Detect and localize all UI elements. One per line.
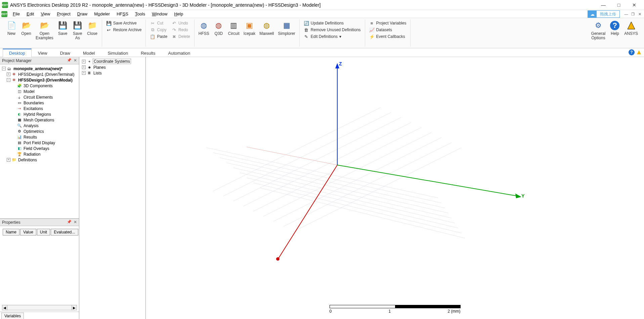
icepak-button[interactable]: ▣Icepak	[242, 19, 257, 37]
close-panel-icon[interactable]: ✕	[74, 220, 77, 224]
tree-toggle[interactable]: +	[82, 71, 86, 75]
variables-tab[interactable]: Variables	[1, 313, 24, 319]
menu-help[interactable]: Help	[171, 11, 186, 17]
tab-model[interactable]: Model	[77, 49, 101, 57]
upload-badge[interactable]: ☁ 拖拽上传	[588, 10, 620, 18]
tree-root[interactable]: monopole_antenna(new)*	[13, 66, 63, 71]
tree-results[interactable]: Results	[23, 135, 38, 140]
minimize-button[interactable]: —	[596, 0, 611, 10]
circuit-button[interactable]: ▥Circuit	[226, 19, 242, 37]
edit-definitions-button[interactable]: ✎Edit Definitions ▾	[303, 34, 361, 40]
menu-window[interactable]: Window	[148, 11, 171, 17]
save-button[interactable]: 💾Save	[55, 19, 70, 37]
tree-model[interactable]: Model	[23, 89, 35, 94]
mdi-minimize-button[interactable]: —	[623, 11, 629, 17]
open-examples-button[interactable]: 📂Open Examples	[34, 19, 55, 41]
menu-view[interactable]: View	[37, 11, 53, 17]
menu-edit[interactable]: Edit	[23, 11, 37, 17]
menu-hfss[interactable]: HFSS	[113, 11, 132, 17]
paste-button[interactable]: 📋Paste	[149, 34, 168, 40]
ansys-button[interactable]: ANSYS	[622, 19, 640, 37]
modeler-lists[interactable]: Lists	[93, 71, 102, 75]
tab-simulation[interactable]: Simulation	[101, 49, 134, 57]
tree-analysis[interactable]: Analysis	[23, 123, 39, 128]
redo-button[interactable]: ↷Redo	[171, 27, 191, 33]
tab-view[interactable]: View	[32, 49, 54, 57]
tree-optimetrics[interactable]: Optimetrics	[23, 129, 45, 134]
tree-hybrid-regions[interactable]: Hybrid Regions	[23, 112, 52, 117]
tree-toggle[interactable]: +	[7, 158, 10, 162]
simplorer-button[interactable]: ▦Simplorer	[276, 19, 297, 37]
general-options-button[interactable]: ⚙General Options	[589, 19, 608, 41]
maximize-button[interactable]: □	[611, 0, 627, 10]
restore-archive-button[interactable]: ↩Restore Archive	[105, 27, 142, 33]
remove-unused-button[interactable]: 🗑Remove Unused Definitions	[303, 27, 361, 33]
modeler-tree-panel[interactable]: +⌖Coordinate Systems +◈Planes +≣Lists	[79, 57, 146, 319]
tree-port-field[interactable]: Port Field Display	[23, 141, 56, 145]
col-value[interactable]: Value	[20, 229, 36, 235]
scroll-left-icon[interactable]: ◀	[2, 305, 7, 310]
open-button[interactable]: 📂Open	[19, 19, 34, 37]
update-definitions-button[interactable]: 🔄Update Definitions	[303, 20, 361, 26]
tree-radiation[interactable]: Radiation	[23, 152, 41, 157]
undo-button[interactable]: ↶Undo	[171, 20, 191, 26]
3d-viewport[interactable]: Z Y 0 1 2 (mm)	[146, 57, 644, 319]
tree-excitations[interactable]: Excitations	[23, 106, 44, 111]
datasets-button[interactable]: 📈Datasets	[369, 27, 407, 33]
mdi-close-button[interactable]: ✕	[637, 11, 643, 17]
mdi-restore-button[interactable]: ❐	[630, 11, 636, 17]
help-button[interactable]: ?Help	[607, 19, 622, 37]
tree-toggle[interactable]: +	[7, 72, 10, 76]
modeler-planes[interactable]: Planes	[93, 65, 106, 70]
copy-button[interactable]: ⧉Copy	[149, 27, 168, 33]
ansys-a-icon[interactable]	[636, 49, 642, 55]
col-evaluated[interactable]: Evaluated...	[51, 229, 78, 235]
scroll-track[interactable]	[7, 305, 72, 310]
tree-design3[interactable]: HFSSDesign3 (DrivenModal)	[17, 78, 73, 83]
scroll-right-icon[interactable]: ▶	[72, 305, 77, 310]
pin-icon[interactable]: 📌	[67, 58, 72, 62]
project-tree[interactable]: −🗂monopole_antenna(new)* +❋HFSSDesign1 (…	[0, 64, 79, 218]
modeler-coordinate-systems[interactable]: Coordinate Systems	[93, 59, 131, 64]
tab-results[interactable]: Results	[134, 49, 162, 57]
close-panel-icon[interactable]: ✕	[74, 58, 77, 63]
tree-toggle[interactable]: +	[82, 60, 86, 63]
menu-modeler[interactable]: Modeler	[91, 11, 113, 17]
col-name[interactable]: Name	[3, 229, 19, 235]
close-file-button[interactable]: 📁Close	[85, 19, 100, 37]
tree-definitions[interactable]: Definitions	[17, 158, 38, 162]
tree-toggle[interactable]: −	[2, 67, 6, 70]
tree-field-overlays[interactable]: Field Overlays	[23, 146, 50, 151]
title-bar: EDT ANSYS Electronics Desktop 2019 R2 - …	[0, 0, 644, 10]
menu-tools[interactable]: Tools	[132, 11, 148, 17]
q3d-button[interactable]: ◍Q3D	[211, 19, 226, 37]
tree-toggle[interactable]: −	[7, 78, 10, 82]
menu-file[interactable]: File	[9, 11, 23, 17]
tree-design1[interactable]: HFSSDesign1 (DrivenTerminal)	[17, 72, 75, 77]
tree-toggle[interactable]: +	[82, 65, 86, 69]
tree-circuit-elements[interactable]: Circuit Elements	[23, 95, 53, 100]
menu-draw[interactable]: Draw	[74, 11, 91, 17]
pin-icon[interactable]: 📌	[67, 220, 72, 224]
tab-desktop[interactable]: Desktop	[3, 49, 32, 57]
tree-mesh-operations[interactable]: Mesh Operations	[23, 118, 55, 122]
tree-boundaries[interactable]: Boundaries	[23, 101, 45, 105]
col-unit[interactable]: Unit	[37, 229, 50, 235]
event-callbacks-button[interactable]: ⚡Event Callbacks	[369, 34, 407, 40]
save-archive-button[interactable]: 💾Save Archive	[105, 20, 142, 26]
close-button[interactable]: ✕	[627, 0, 642, 10]
ribbon-group-archive: 💾Save Archive ↩Restore Archive	[102, 19, 146, 47]
save-as-button[interactable]: 💾Save As	[70, 19, 85, 41]
menu-project[interactable]: Project	[53, 11, 74, 17]
tab-draw[interactable]: Draw	[54, 49, 77, 57]
new-button[interactable]: 📄New	[4, 19, 19, 37]
properties-scrollbar[interactable]: ◀ ▶	[2, 305, 77, 310]
cut-button[interactable]: ✂Cut	[149, 20, 168, 26]
hfss-button[interactable]: ◍HFSS	[197, 19, 211, 37]
tree-3d-components[interactable]: 3D Components	[23, 84, 53, 88]
project-variables-button[interactable]: ≡Project Variables	[369, 20, 407, 26]
tab-automation[interactable]: Automation	[162, 49, 197, 57]
maxwell-button[interactable]: ◍Maxwell	[257, 19, 276, 37]
delete-button[interactable]: ✖Delete	[171, 34, 191, 40]
help-circle-icon[interactable]: ?	[629, 49, 635, 55]
